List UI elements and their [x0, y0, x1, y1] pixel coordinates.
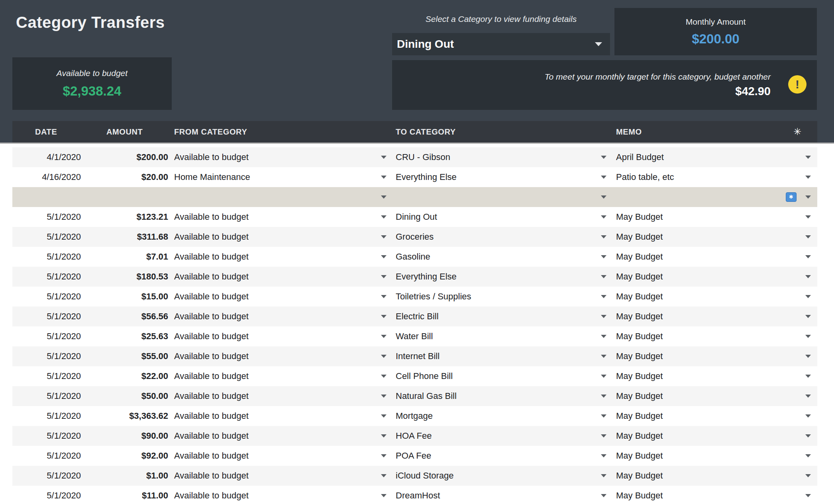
data-validation-icon[interactable]: ✱	[786, 192, 797, 202]
memo-cell[interactable]: ✱	[615, 187, 817, 207]
chevron-down-icon[interactable]	[805, 176, 811, 179]
date-cell[interactable]: 5/1/2020	[12, 311, 92, 322]
amount-cell[interactable]: $50.00	[92, 391, 172, 401]
to-category-cell[interactable]: Cell Phone Bill	[395, 366, 615, 386]
amount-cell[interactable]: $7.01	[92, 252, 172, 262]
from-category-cell[interactable]: Available to budget	[172, 466, 395, 486]
date-cell[interactable]: 5/1/2020	[12, 232, 92, 242]
date-cell[interactable]: 4/1/2020	[12, 152, 92, 162]
col-header-to-category[interactable]: TO CATEGORY	[395, 127, 615, 137]
date-cell[interactable]: 5/1/2020	[12, 351, 92, 361]
from-category-cell[interactable]: Available to budget	[172, 247, 395, 267]
amount-cell[interactable]: $1.00	[92, 471, 172, 481]
chevron-down-icon[interactable]	[805, 335, 811, 338]
to-category-cell[interactable]: Electric Bill	[395, 307, 615, 326]
memo-cell[interactable]: May Budget	[615, 406, 817, 426]
date-cell[interactable]: 5/1/2020	[12, 471, 92, 481]
amount-cell[interactable]: $56.56	[92, 311, 172, 322]
chevron-down-icon[interactable]	[805, 255, 811, 258]
to-category-cell[interactable]: Water Bill	[395, 326, 615, 346]
memo-cell[interactable]: May Budget	[615, 466, 817, 486]
from-category-cell[interactable]: Available to budget	[172, 147, 395, 167]
to-category-cell[interactable]: CRU - Gibson	[395, 147, 615, 167]
from-category-cell[interactable]: Available to budget	[172, 346, 395, 366]
chevron-down-icon[interactable]	[601, 156, 606, 159]
col-header-from-category[interactable]: FROM CATEGORY	[172, 127, 395, 137]
from-category-cell[interactable]: Available to budget	[172, 406, 395, 426]
chevron-down-icon[interactable]	[601, 474, 606, 477]
date-cell[interactable]: 5/1/2020	[12, 490, 92, 501]
chevron-down-icon[interactable]	[601, 235, 606, 238]
chevron-down-icon[interactable]	[601, 395, 606, 398]
chevron-down-icon[interactable]	[381, 315, 387, 318]
chevron-down-icon[interactable]	[381, 414, 387, 418]
chevron-down-icon[interactable]	[601, 355, 606, 358]
from-category-cell[interactable]: Available to budget	[172, 386, 395, 406]
from-category-cell[interactable]: Available to budget	[172, 326, 395, 346]
chevron-down-icon[interactable]	[601, 494, 606, 497]
chevron-down-icon[interactable]	[805, 414, 811, 418]
amount-cell[interactable]: $200.00	[92, 152, 172, 162]
date-cell[interactable]: 5/1/2020	[12, 431, 92, 441]
category-dropdown[interactable]: Dining Out	[392, 33, 610, 55]
chevron-down-icon[interactable]	[601, 335, 606, 338]
to-category-cell[interactable]: iCloud Storage	[395, 466, 615, 486]
chevron-down-icon[interactable]	[381, 355, 387, 358]
chevron-down-icon[interactable]	[805, 395, 811, 398]
memo-cell[interactable]: May Budget	[615, 366, 817, 386]
chevron-down-icon[interactable]	[381, 434, 387, 438]
chevron-down-icon[interactable]	[805, 375, 811, 378]
chevron-down-icon[interactable]	[805, 494, 811, 497]
memo-cell[interactable]: May Budget	[615, 287, 817, 307]
chevron-down-icon[interactable]	[601, 434, 606, 438]
amount-cell[interactable]: $92.00	[92, 451, 172, 461]
memo-cell[interactable]: May Budget	[615, 346, 817, 366]
memo-cell[interactable]: May Budget	[615, 267, 817, 287]
chevron-down-icon[interactable]	[381, 295, 387, 298]
asterisk-icon[interactable]: ✳	[793, 121, 801, 143]
from-category-cell[interactable]: Available to budget	[172, 287, 395, 307]
memo-cell[interactable]: May Budget	[615, 426, 817, 446]
chevron-down-icon[interactable]	[805, 315, 811, 318]
chevron-down-icon[interactable]	[601, 414, 606, 418]
to-category-cell[interactable]: Mortgage	[395, 406, 615, 426]
memo-cell[interactable]: May Budget	[615, 227, 817, 247]
chevron-down-icon[interactable]	[381, 156, 387, 159]
chevron-down-icon[interactable]	[805, 275, 811, 278]
chevron-down-icon[interactable]	[601, 295, 606, 298]
from-category-cell[interactable]: Available to budget	[172, 426, 395, 446]
to-category-cell[interactable]: Groceries	[395, 227, 615, 247]
date-cell[interactable]: 5/1/2020	[12, 291, 92, 302]
to-category-cell[interactable]: Internet Bill	[395, 346, 615, 366]
memo-cell[interactable]: May Budget	[615, 486, 817, 504]
date-cell[interactable]: 5/1/2020	[12, 272, 92, 282]
chevron-down-icon[interactable]	[601, 375, 606, 378]
memo-cell[interactable]: May Budget	[615, 386, 817, 406]
col-header-date[interactable]: DATE	[12, 127, 92, 137]
memo-cell[interactable]: May Budget	[615, 207, 817, 227]
memo-cell[interactable]: May Budget	[615, 247, 817, 267]
chevron-down-icon[interactable]	[381, 215, 387, 219]
memo-cell[interactable]: Patio table, etc	[615, 167, 817, 187]
to-category-cell[interactable]: Everything Else	[395, 267, 615, 287]
to-category-cell[interactable]: Toiletries / Supplies	[395, 287, 615, 307]
amount-cell[interactable]: $123.21	[92, 212, 172, 222]
date-cell[interactable]: 4/16/2020	[12, 172, 92, 182]
chevron-down-icon[interactable]	[381, 275, 387, 278]
chevron-down-icon[interactable]	[805, 434, 811, 438]
amount-cell[interactable]: $180.53	[92, 272, 172, 282]
to-category-cell[interactable]: Natural Gas Bill	[395, 386, 615, 406]
amount-cell[interactable]: $3,363.62	[92, 411, 172, 421]
chevron-down-icon[interactable]	[381, 235, 387, 238]
chevron-down-icon[interactable]	[805, 454, 811, 457]
from-category-cell[interactable]: Home Maintenance	[172, 167, 395, 187]
chevron-down-icon[interactable]	[381, 494, 387, 497]
from-category-cell[interactable]: Available to budget	[172, 307, 395, 326]
chevron-down-icon[interactable]	[601, 255, 606, 258]
chevron-down-icon[interactable]	[805, 215, 811, 219]
to-category-cell[interactable]: POA Fee	[395, 446, 615, 466]
date-cell[interactable]: 5/1/2020	[12, 391, 92, 401]
date-cell[interactable]: 5/1/2020	[12, 411, 92, 421]
amount-cell[interactable]: $90.00	[92, 431, 172, 441]
chevron-down-icon[interactable]	[601, 195, 606, 199]
